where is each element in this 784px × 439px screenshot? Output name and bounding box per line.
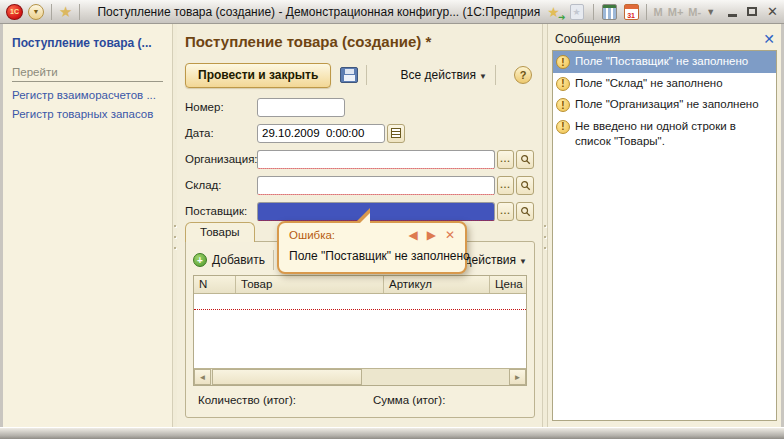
window-title: Поступление товара (создание) - Демонстр… bbox=[87, 5, 539, 19]
scrollbar-track[interactable] bbox=[362, 369, 509, 385]
favorites-page-icon[interactable]: ★ bbox=[568, 3, 586, 20]
separator bbox=[273, 250, 274, 270]
goods-table: N Товар Артикул Цена ◄ ► bbox=[193, 275, 527, 386]
maximize-button[interactable] bbox=[747, 7, 757, 16]
tooltip-tail bbox=[359, 213, 370, 224]
warning-icon: ! bbox=[556, 98, 570, 112]
save-icon[interactable] bbox=[340, 67, 358, 83]
sidebar-section-goto: Перейти bbox=[12, 66, 163, 82]
warehouse-label: Склад: bbox=[185, 179, 257, 191]
warehouse-input[interactable] bbox=[257, 176, 495, 195]
toolbar-overflow-icon[interactable]: ▼ bbox=[706, 7, 715, 17]
quantity-total-label: Количество (итог): bbox=[198, 394, 373, 406]
column-cena[interactable]: Цена bbox=[490, 276, 526, 293]
goods-table-body[interactable] bbox=[194, 294, 526, 368]
message-item[interactable]: ! Поле "Поставщик" не заполнено bbox=[553, 51, 776, 73]
supplier-input[interactable] bbox=[257, 202, 495, 221]
column-n[interactable]: N bbox=[194, 276, 236, 293]
messages-title: Сообщения bbox=[555, 32, 620, 46]
warehouse-search-button[interactable] bbox=[516, 176, 534, 195]
date-label: Дата: bbox=[185, 127, 257, 139]
organization-lookup-button[interactable]: ... bbox=[497, 150, 515, 169]
date-picker-button[interactable] bbox=[387, 124, 405, 143]
add-row-button[interactable]: + Добавить bbox=[193, 253, 265, 267]
sidebar: Поступление товара (... Перейти Регистр … bbox=[3, 24, 172, 427]
content-area: Поступление товара (... Перейти Регистр … bbox=[3, 24, 781, 427]
goods-table-header: N Товар Артикул Цена bbox=[194, 276, 526, 294]
message-item[interactable]: ! Поле "Склад" не заполнено bbox=[553, 73, 776, 95]
chevron-down-icon: ▼ bbox=[519, 257, 527, 266]
organization-search-button[interactable] bbox=[516, 150, 534, 169]
help-button[interactable]: ? bbox=[514, 66, 532, 84]
field-row-number: Номер: bbox=[185, 94, 534, 120]
all-actions-button[interactable]: Все действия▼ bbox=[401, 68, 487, 82]
calendar-icon[interactable]: 31 bbox=[624, 4, 639, 20]
magnifier-icon bbox=[520, 180, 531, 191]
column-artikul[interactable]: Артикул bbox=[384, 276, 490, 293]
sum-total-label: Сумма (итог): bbox=[373, 394, 445, 406]
warning-icon: ! bbox=[556, 120, 570, 134]
scroll-left-icon[interactable]: ◄ bbox=[194, 369, 211, 385]
warning-icon: ! bbox=[556, 55, 570, 69]
close-button[interactable]: ✕ bbox=[767, 5, 778, 18]
document-form: Поступление товара (создание) * Провести… bbox=[177, 24, 542, 427]
separator bbox=[495, 65, 496, 85]
organization-input[interactable] bbox=[257, 150, 495, 169]
error-tooltip: Ошибка: ◀ ▶ ✕ Поле "Поставщик" не заполн… bbox=[277, 221, 467, 274]
warehouse-lookup-button[interactable]: ... bbox=[497, 176, 515, 195]
horizontal-scrollbar[interactable]: ◄ ► bbox=[194, 368, 526, 385]
title-bar: 1С ▼ ★ Поступление товара (создание) - Д… bbox=[0, 0, 784, 24]
minimize-button[interactable] bbox=[728, 14, 737, 17]
plus-icon: + bbox=[193, 253, 207, 267]
warning-icon: ! bbox=[556, 77, 570, 91]
supplier-search-button[interactable] bbox=[516, 202, 534, 221]
supplier-label: Поставщик: bbox=[185, 205, 257, 217]
1c-logo-icon: 1С bbox=[6, 4, 23, 20]
separator bbox=[366, 65, 367, 85]
tooltip-message: Поле "Поставщик" не заполнено bbox=[289, 249, 455, 263]
magnifier-icon bbox=[520, 206, 531, 217]
message-item[interactable]: ! Поле "Организация" не заполнено bbox=[553, 94, 776, 116]
field-row-warehouse: Склад: ... bbox=[185, 172, 534, 198]
scrollbar-thumb[interactable] bbox=[212, 369, 362, 385]
messages-panel: Сообщения ✕ ! Поле "Поставщик" не заполн… bbox=[547, 24, 781, 427]
date-input[interactable] bbox=[257, 124, 385, 143]
memory-m-button[interactable]: M bbox=[654, 6, 663, 18]
tab-goods[interactable]: Товары bbox=[185, 222, 255, 242]
form-toolbar: Провести и закрыть Все действия▼ ? bbox=[185, 62, 532, 88]
memory-mplus-button[interactable]: M+ bbox=[668, 6, 684, 18]
separator bbox=[51, 4, 52, 20]
organization-label: Организация: bbox=[185, 153, 257, 165]
sidebar-link-register-settlements[interactable]: Регистр взаиморасчетов ... bbox=[12, 89, 163, 101]
magnifier-icon bbox=[520, 154, 531, 165]
sidebar-title: Поступление товара (... bbox=[12, 36, 163, 50]
calendar-grid-icon bbox=[391, 128, 401, 138]
tooltip-prev-icon[interactable]: ◀ bbox=[408, 229, 417, 241]
calculator-icon[interactable] bbox=[601, 3, 619, 20]
separator bbox=[646, 4, 647, 20]
field-row-date: Дата: bbox=[185, 120, 534, 146]
column-tovar[interactable]: Товар bbox=[236, 276, 384, 293]
app-window: 1С ▼ ★ Поступление товара (создание) - Д… bbox=[0, 0, 784, 439]
chevron-down-icon: ▼ bbox=[479, 72, 487, 81]
favorites-star-icon[interactable]: ★ bbox=[59, 4, 72, 20]
memory-mminus-button[interactable]: M- bbox=[688, 6, 701, 18]
main-menu-button[interactable]: ▼ bbox=[28, 4, 44, 20]
add-favorite-icon[interactable]: ★➜ bbox=[545, 3, 563, 20]
field-row-organization: Организация: ... bbox=[185, 146, 534, 172]
tooltip-close-icon[interactable]: ✕ bbox=[445, 229, 455, 241]
form-fields: Номер: Дата: Организация: ... bbox=[185, 94, 534, 224]
separator bbox=[593, 4, 594, 20]
supplier-lookup-button[interactable]: ... bbox=[497, 202, 515, 221]
number-input[interactable] bbox=[257, 98, 345, 117]
sidebar-link-register-stock[interactable]: Регистр товарных запасов bbox=[12, 108, 163, 120]
scroll-right-icon[interactable]: ► bbox=[509, 369, 526, 385]
separator bbox=[79, 4, 80, 20]
right-splitter[interactable] bbox=[542, 24, 547, 427]
tooltip-next-icon[interactable]: ▶ bbox=[427, 229, 436, 241]
post-and-close-button[interactable]: Провести и закрыть bbox=[185, 63, 331, 88]
tooltip-error-label: Ошибка: bbox=[289, 229, 335, 241]
message-item[interactable]: ! Не введено ни одной строки в список "Т… bbox=[553, 116, 776, 153]
goods-footer: Количество (итог): Сумма (итог): bbox=[193, 394, 527, 406]
messages-close-icon[interactable]: ✕ bbox=[763, 31, 775, 47]
